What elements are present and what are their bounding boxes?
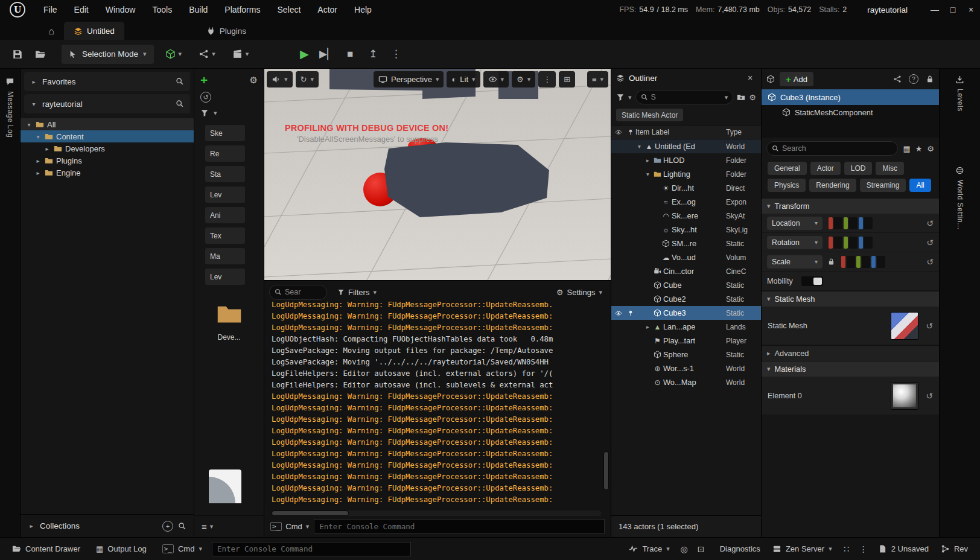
output-log-button[interactable]: ▦ Output Log xyxy=(90,538,153,560)
y-axis-field[interactable] xyxy=(844,237,848,249)
outliner-row-cube3[interactable]: Cube3Static xyxy=(611,306,761,320)
y-axis-field[interactable] xyxy=(856,256,861,268)
pin-column-header[interactable] xyxy=(626,129,635,136)
z-axis-field[interactable] xyxy=(859,237,863,249)
menu-build[interactable]: Build xyxy=(180,0,216,19)
cmd-dropdown[interactable]: >_ Cmd ▾ xyxy=(156,538,208,560)
scale-dropdown[interactable]: Scale▾ xyxy=(767,255,822,269)
scrollbar-thumb[interactable] xyxy=(272,511,349,516)
type-filter-chip[interactable]: Static Mesh Actor xyxy=(616,109,683,121)
asset-type-button-ma-6[interactable]: Ma xyxy=(205,248,245,264)
outliner-row-untitled-ed[interactable]: ▾▲Untitled (EdWorld xyxy=(611,139,761,153)
transform-section-header[interactable]: ▾ Transform xyxy=(762,198,939,214)
blueprint-convert-icon[interactable] xyxy=(893,75,902,83)
project-section[interactable]: ▾ rayteutorial xyxy=(24,94,190,113)
log-horizontal-scrollbar[interactable] xyxy=(272,511,601,516)
menu-actor[interactable]: Actor xyxy=(309,0,346,19)
visibility-column-header[interactable] xyxy=(611,129,626,136)
reset-icon[interactable]: ↺ xyxy=(926,218,934,228)
details-filter-misc[interactable]: Misc xyxy=(876,162,904,175)
outliner-row-play-tart[interactable]: ⚑Play...tartPlayer xyxy=(611,334,761,348)
outliner-row-lighting[interactable]: ▾LightingFolder xyxy=(611,167,761,181)
eject-button[interactable]: ↥ xyxy=(363,45,383,64)
viewport-more-menu[interactable]: ⋮ xyxy=(538,71,556,88)
view-mode-dropdown[interactable]: ◐ Lit ▾ xyxy=(447,71,480,88)
menu-tools[interactable]: Tools xyxy=(144,0,180,19)
gear-icon[interactable]: ⚙ xyxy=(749,94,756,101)
asset-type-button-re-1[interactable]: Re xyxy=(205,145,245,162)
item-label-column-header[interactable]: Item Label xyxy=(635,128,726,136)
z-axis-field[interactable] xyxy=(871,256,876,268)
show-flags-dropdown[interactable]: ▾ xyxy=(483,71,509,88)
expand-icon[interactable]: ▸ xyxy=(30,78,37,85)
outliner-search-box[interactable]: ▾ xyxy=(635,90,734,104)
details-filter-all[interactable]: All xyxy=(909,179,931,192)
search-icon[interactable] xyxy=(178,522,186,530)
z-axis-field[interactable] xyxy=(859,217,863,229)
viewport-transform-dropdown[interactable]: ↻ ▾ xyxy=(296,71,319,88)
component-row[interactable]: StaticMeshComponent xyxy=(762,105,939,119)
details-filter-actor[interactable]: Actor xyxy=(810,162,841,175)
advanced-section-toggle[interactable]: ▸ Advanced xyxy=(762,345,939,361)
outliner-row-wo-map[interactable]: ⊙Wo...MapWorld xyxy=(611,375,761,389)
lock-icon[interactable] xyxy=(926,75,934,83)
folder-item[interactable]: Deve... xyxy=(212,301,247,342)
play-options-menu[interactable]: ⋮ xyxy=(386,45,406,64)
favorites-star-icon[interactable]: ★ xyxy=(915,145,923,153)
tab-untitled[interactable]: Untitled xyxy=(64,22,124,40)
home-button[interactable]: ⌂ xyxy=(41,23,62,40)
blueprints-dropdown[interactable]: ▾ xyxy=(193,45,221,64)
more-menu-icon[interactable]: ⋮ xyxy=(855,544,872,554)
settings-gear-icon[interactable]: ⚙ xyxy=(250,75,258,86)
unsaved-changes-button[interactable]: 2 Unsaved xyxy=(872,538,935,560)
outliner-row-sm-re[interactable]: SM...reStatic xyxy=(611,237,761,250)
revision-control-button[interactable]: Rev xyxy=(935,538,974,560)
outliner-row-sk-ere[interactable]: ◠Sk...ereSkyAt xyxy=(611,209,761,223)
editor-mode-dropdown[interactable]: Selection Mode ▾ xyxy=(62,45,154,64)
details-filter-rendering[interactable]: Rendering xyxy=(809,179,856,192)
static-mesh-thumbnail[interactable] xyxy=(891,312,918,340)
tree-item-plugins[interactable]: ▸Plugins xyxy=(21,154,194,167)
add-asset-button[interactable]: + xyxy=(200,74,208,86)
outliner-row-sphere[interactable]: SphereStatic xyxy=(611,348,761,361)
unreal-logo[interactable]: U xyxy=(0,2,35,18)
expand-icon[interactable]: ▾ xyxy=(25,121,33,128)
search-icon[interactable] xyxy=(176,77,184,86)
levels-tab[interactable]: Levels xyxy=(956,89,964,112)
grid-dots-icon[interactable]: ∷ xyxy=(838,544,855,554)
static-mesh-section-header[interactable]: ▾ Static Mesh xyxy=(762,291,939,307)
asset-type-button-ske-0[interactable]: Ske xyxy=(205,125,245,141)
x-axis-field[interactable] xyxy=(829,217,833,229)
help-icon[interactable]: ? xyxy=(909,74,918,84)
expand-icon[interactable]: ▾ xyxy=(635,143,643,150)
asset-type-button-tex-5[interactable]: Tex xyxy=(205,228,245,244)
menu-edit[interactable]: Edit xyxy=(66,0,97,19)
scrollbar-thumb[interactable] xyxy=(603,451,609,490)
location-dropdown[interactable]: Location▾ xyxy=(767,217,822,230)
viewport-layout-menu[interactable]: ≡ ▾ xyxy=(587,71,608,88)
collections-section[interactable]: ▸ Collections + xyxy=(21,514,194,537)
tree-item-content[interactable]: ▾Content xyxy=(21,130,194,142)
viewport-audio-dropdown[interactable]: ▾ xyxy=(267,71,293,88)
asset-type-button-ani-4[interactable]: Ani xyxy=(205,207,245,223)
log-vertical-scrollbar[interactable] xyxy=(603,305,609,490)
expand-icon[interactable]: ▸ xyxy=(43,145,51,152)
log-filters-dropdown[interactable]: Filters ▾ xyxy=(332,285,382,300)
scale-lock-button[interactable] xyxy=(827,258,835,266)
details-filter-lod[interactable]: LOD xyxy=(844,162,873,175)
screenshot-icon[interactable]: ⊡ xyxy=(693,544,710,554)
add-component-button[interactable]: + Add xyxy=(780,72,813,86)
frame-skip-button[interactable]: ▶▏ xyxy=(317,45,337,64)
details-filter-physics[interactable]: Physics xyxy=(768,179,806,192)
materials-section-header[interactable]: ▾ Materials xyxy=(762,361,939,377)
outliner-row-ex-og[interactable]: ≈Ex...ogExpon xyxy=(611,195,761,209)
log-settings-dropdown[interactable]: ⚙ Settings ▾ xyxy=(556,288,606,297)
expand-icon[interactable]: ▾ xyxy=(34,133,42,140)
material-thumbnail[interactable] xyxy=(891,382,918,410)
details-search-box[interactable] xyxy=(766,141,898,156)
outliner-row-hlod[interactable]: ▸HLODFolder xyxy=(611,153,761,167)
minimize-button[interactable]: — xyxy=(926,0,944,19)
trace-dropdown[interactable]: Trace ▾ xyxy=(623,538,675,560)
new-folder-icon[interactable] xyxy=(737,93,745,101)
menu-platforms[interactable]: Platforms xyxy=(216,0,269,19)
